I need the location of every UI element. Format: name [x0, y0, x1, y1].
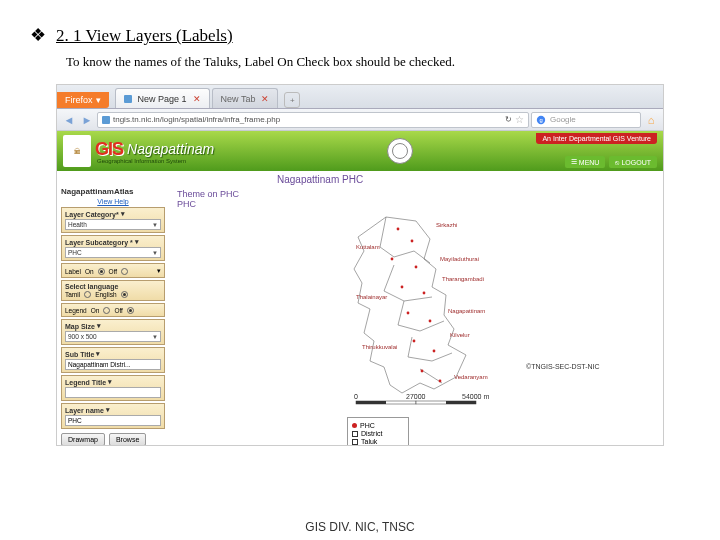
home-button[interactable]: ⌂ [643, 112, 659, 128]
district-box-icon [352, 431, 358, 437]
map-label: Kuttalam [356, 244, 380, 250]
panel-layer-subcategory: Layer Subcategory *▾ PHC▼ [61, 235, 165, 261]
select-value: 900 x 500 [68, 333, 97, 340]
legend-district: District [361, 430, 382, 437]
menu-button[interactable]: ☰ MENU [565, 156, 606, 168]
label-off-text: Off [109, 268, 118, 275]
chevron-down-icon[interactable]: ▾ [108, 378, 112, 386]
label-on-radio[interactable] [98, 268, 105, 275]
chevron-down-icon[interactable]: ▾ [135, 238, 139, 246]
map-area: Theme on PHC PHC Sirkazhi Kuttalam Mayil… [169, 185, 663, 446]
google-icon: g [536, 115, 546, 125]
drawmap-button[interactable]: Drawmap [61, 433, 105, 446]
section-description: To know the names of the Taluks, Label O… [0, 54, 720, 84]
lang-english-text: English [95, 291, 116, 298]
new-tab-button[interactable]: + [284, 92, 300, 108]
tab-label: New Tab [221, 94, 256, 104]
tab-label: New Page 1 [138, 94, 187, 104]
panel-layer-category: Layer Category*▾ Health▼ [61, 207, 165, 233]
panel-layer-name: Layer name▾ PHC [61, 403, 165, 429]
search-field[interactable]: g Google [531, 112, 641, 128]
map-size-select[interactable]: 900 x 500▼ [65, 331, 161, 342]
map-label: Thalainayar [356, 294, 387, 300]
firefox-app-button[interactable]: Firefox ▾ [57, 92, 109, 108]
controls-sidebar: NagapattinamAtlas View Help Layer Catego… [57, 185, 169, 446]
reload-icon[interactable]: ↻ [505, 115, 512, 124]
label-off-radio[interactable] [121, 268, 128, 275]
panel-select-language: Select language Tamil English [61, 280, 165, 301]
view-help-link[interactable]: View Help [61, 198, 165, 205]
govt-seal-icon [387, 138, 413, 164]
star-icon[interactable]: ☆ [515, 114, 524, 125]
lang-english-radio[interactable] [121, 291, 128, 298]
theme-label: Theme on PHC [177, 189, 655, 199]
taluk-box-icon [352, 439, 358, 445]
map-label: Thirukkuvalai [362, 344, 397, 350]
svg-point-3 [411, 240, 414, 243]
bullet-icon: ❖ [30, 24, 46, 46]
layer-subcategory-select[interactable]: PHC▼ [65, 247, 161, 258]
browser-urlbar: ◄ ► tngis.tn.nic.in/login/spatial/infra/… [57, 109, 663, 131]
url-text: tngis.tn.nic.in/login/spatial/infra/infr… [113, 115, 280, 124]
svg-point-2 [397, 228, 400, 231]
emblem-icon: 🏛︎ [63, 135, 91, 167]
chevron-down-icon[interactable]: ▾ [96, 350, 100, 358]
section-heading: 2. 1 View Layers (Labels) [56, 26, 233, 46]
banner-tagline: An Inter Departmental GIS Venture [536, 133, 657, 144]
chevron-down-icon[interactable]: ▾ [97, 322, 101, 330]
logout-label: LOGOUT [621, 159, 651, 166]
panel-label: Label [65, 268, 81, 275]
browser-tabstrip: Firefox ▾ New Page 1 ✕ New Tab ✕ + [57, 85, 663, 109]
close-icon[interactable]: ✕ [261, 94, 269, 104]
forward-button[interactable]: ► [79, 112, 95, 128]
svg-point-11 [433, 350, 436, 353]
site-banner: 🏛︎ GIS Nagapattinam Geographical Informa… [57, 131, 663, 171]
menu-icon: ☰ [571, 158, 577, 166]
svg-rect-17 [446, 401, 476, 404]
legend-title-input[interactable] [65, 387, 161, 398]
select-value: Health [68, 221, 87, 228]
browser-tab-active[interactable]: New Page 1 ✕ [115, 88, 210, 108]
browser-tab-inactive[interactable]: New Tab ✕ [212, 88, 279, 108]
lang-tamil-radio[interactable] [84, 291, 91, 298]
map-legend: PHC District Taluk [347, 417, 409, 446]
panel-label: Legend Title [65, 379, 106, 386]
svg-point-6 [401, 286, 404, 289]
chevron-down-icon: ▾ [96, 95, 101, 105]
chevron-down-icon[interactable]: ▾ [121, 210, 125, 218]
sidebar-title: NagapattinamAtlas [61, 187, 165, 196]
legend-on-radio[interactable] [103, 307, 110, 314]
map-label: Kilvelur [450, 332, 470, 338]
chevron-down-icon[interactable]: ▾ [106, 406, 110, 414]
svg-point-10 [413, 340, 416, 343]
svg-point-13 [439, 380, 442, 383]
browse-button[interactable]: Browse [109, 433, 146, 446]
address-field[interactable]: tngis.tn.nic.in/login/spatial/infra/infr… [97, 112, 529, 128]
doc-heading-row: ❖ 2. 1 View Layers (Labels) [0, 0, 720, 54]
back-button[interactable]: ◄ [61, 112, 77, 128]
panel-sub-title: Sub Title▾ Nagapattinam Distri... [61, 347, 165, 373]
panel-legend-title: Legend Title▾ [61, 375, 165, 401]
legend-off-text: Off [114, 307, 123, 314]
map-credit: ©TNGIS-SEC-DST-NIC [526, 363, 600, 370]
scale-tick: 27000 [406, 393, 426, 400]
layer-name-input[interactable]: PHC [65, 415, 161, 426]
logout-icon: ⎋ [615, 159, 619, 166]
legend-off-radio[interactable] [127, 307, 134, 314]
sub-title-input[interactable]: Nagapattinam Distri... [65, 359, 161, 370]
panel-label: Layer name [65, 407, 104, 414]
logout-button[interactable]: ⎋ LOGOUT [609, 156, 657, 168]
theme-value: PHC [177, 199, 655, 209]
legend-taluk: Taluk [361, 438, 377, 445]
district-name: Nagapattinam [127, 141, 214, 157]
map-label: Sirkazhi [436, 222, 457, 228]
panel-label: Map Size [65, 323, 95, 330]
menu-label: MENU [579, 159, 600, 166]
chevron-down-icon[interactable]: ▾ [157, 267, 161, 275]
page-subtitle: Nagapattinam PHC [57, 171, 663, 185]
site-logo: GIS Nagapattinam Geographical Informatio… [95, 139, 214, 164]
close-icon[interactable]: ✕ [193, 94, 201, 104]
layer-category-select[interactable]: Health▼ [65, 219, 161, 230]
district-map: Sirkazhi Kuttalam Mayiladuthurai Tharang… [177, 209, 655, 409]
svg-point-9 [429, 320, 432, 323]
